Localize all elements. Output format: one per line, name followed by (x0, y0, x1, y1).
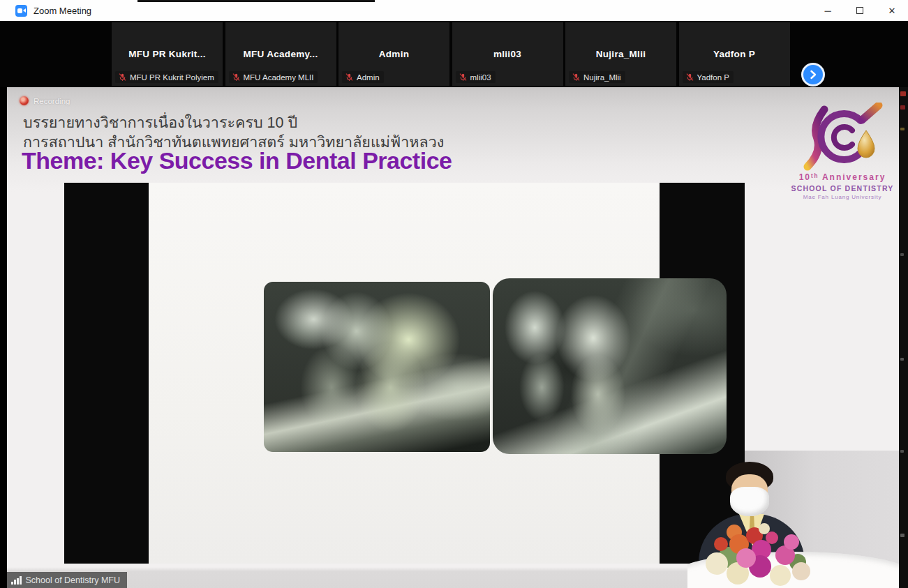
edge-speck (900, 253, 904, 256)
participant-tile[interactable]: Yadfon P Yadfon P (679, 22, 790, 86)
maximize-button[interactable] (844, 0, 876, 21)
edge-speck (900, 91, 906, 96)
minimize-button[interactable]: ─ (812, 0, 844, 21)
monitor-edge-sliver (137, 0, 375, 2)
window-titlebar: Zoom Meeting ─ ✕ (0, 0, 908, 21)
maximize-icon (856, 7, 863, 14)
muted-mic-icon (345, 73, 354, 82)
video-white-panel (149, 183, 660, 564)
flower-cream (706, 552, 728, 575)
active-speaker-chip: School of Dentistry MFU (7, 572, 127, 588)
flower-pink (784, 534, 799, 550)
participant-label: mlii03 (470, 73, 491, 82)
participant-tile[interactable]: MFU Academy... MFU Academy MLII (225, 22, 336, 86)
participant-label-chip: Admin (342, 71, 384, 83)
participant-name: mlii03 (493, 49, 521, 59)
logo-10-mark-icon (796, 103, 888, 171)
participant-tile[interactable]: mlii03 mlii03 (452, 22, 563, 86)
edge-speck (900, 450, 904, 453)
logo-anniversary-text: 10ᵗʰ Anniversary (790, 172, 895, 182)
recording-indicator: Recording (20, 96, 70, 105)
edge-speck (900, 358, 904, 361)
flower-red (714, 537, 728, 551)
dental-xray-image-right (493, 278, 727, 454)
participant-label: Admin (357, 73, 380, 82)
muted-mic-icon (118, 73, 127, 82)
participant-label-chip: Nujira_Mlii (569, 71, 625, 83)
muted-mic-icon (459, 73, 468, 82)
logo-school-text: SCHOOL OF DENTISTRY (790, 184, 895, 193)
logo-university-text: Mae Fah Luang University (790, 194, 895, 200)
participant-name: Nujira_Mlii (596, 49, 646, 59)
window-title: Zoom Meeting (34, 6, 91, 16)
signal-bars-icon (11, 576, 22, 585)
participant-label-chip: mlii03 (456, 71, 496, 83)
flower-cream (792, 562, 810, 580)
participant-strip: MFU PR Kukrit... MFU PR Kukrit Polyiem M… (0, 21, 908, 87)
participant-label: Yadfon P (697, 73, 729, 82)
chevron-right-icon (808, 70, 818, 80)
muted-mic-icon (232, 73, 241, 82)
participant-tile[interactable]: Admin Admin (338, 22, 449, 86)
presenter-face-mask (730, 487, 769, 516)
participant-label-chip: Yadfon P (683, 71, 734, 83)
participant-name: MFU Academy... (244, 49, 318, 59)
slide-video-region (64, 183, 745, 564)
edge-speck (900, 128, 905, 130)
edge-speck (900, 534, 905, 537)
participant-name: Yadfon P (713, 49, 755, 59)
slide-theme-title: Theme: Key Success in Dental Practice (22, 147, 452, 174)
participant-name: MFU PR Kukrit... (128, 49, 206, 59)
participant-tile[interactable]: Nujira_Mlii Nujira_Mlii (565, 22, 676, 86)
presenter-video[interactable] (687, 445, 899, 588)
participant-label: MFU Academy MLII (244, 73, 314, 82)
flower-pink (736, 548, 756, 568)
next-participants-button[interactable] (801, 63, 825, 86)
participant-label-chip: MFU PR Kukrit Polyiem (115, 71, 218, 83)
record-dot-icon (20, 96, 29, 105)
close-button[interactable]: ✕ (876, 0, 908, 21)
window-controls: ─ ✕ (812, 0, 908, 21)
flower-cream (770, 565, 791, 586)
right-edge-strip (899, 87, 908, 588)
participant-label-chip: MFU Academy MLII (229, 71, 318, 83)
dental-xray-image-left (264, 282, 490, 452)
edge-speck (900, 105, 905, 110)
muted-mic-icon (572, 73, 581, 82)
muted-mic-icon (685, 73, 694, 82)
active-speaker-label: School of Dentistry MFU (26, 575, 120, 585)
participant-label: Nujira_Mlii (583, 73, 621, 82)
participant-tile[interactable]: MFU PR Kukrit... MFU PR Kukrit Polyiem (112, 22, 223, 86)
recording-label: Recording (34, 97, 70, 105)
participant-label: MFU PR Kukrit Polyiem (130, 73, 214, 82)
zoom-camera-icon (15, 5, 27, 17)
participant-name: Admin (379, 49, 410, 59)
anniversary-logo: 10ᵗʰ Anniversary SCHOOL OF DENTISTRY Mae… (790, 103, 895, 200)
